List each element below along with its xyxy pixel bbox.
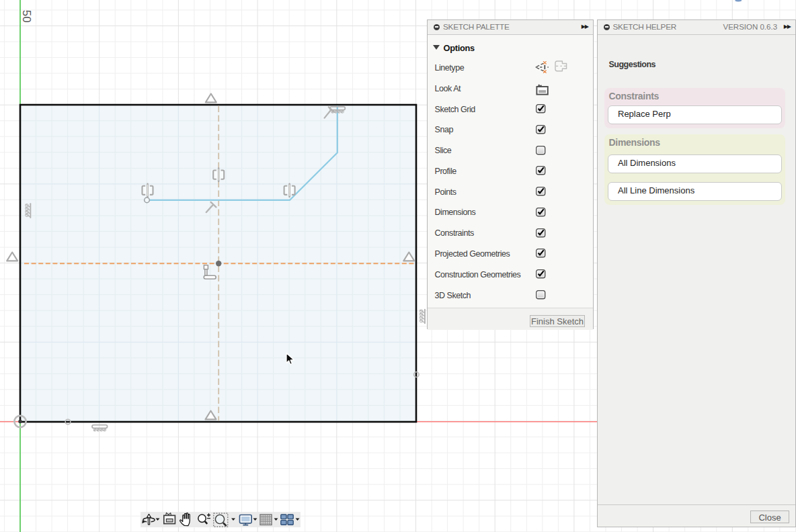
svg-text:50: 50 bbox=[20, 10, 33, 23]
